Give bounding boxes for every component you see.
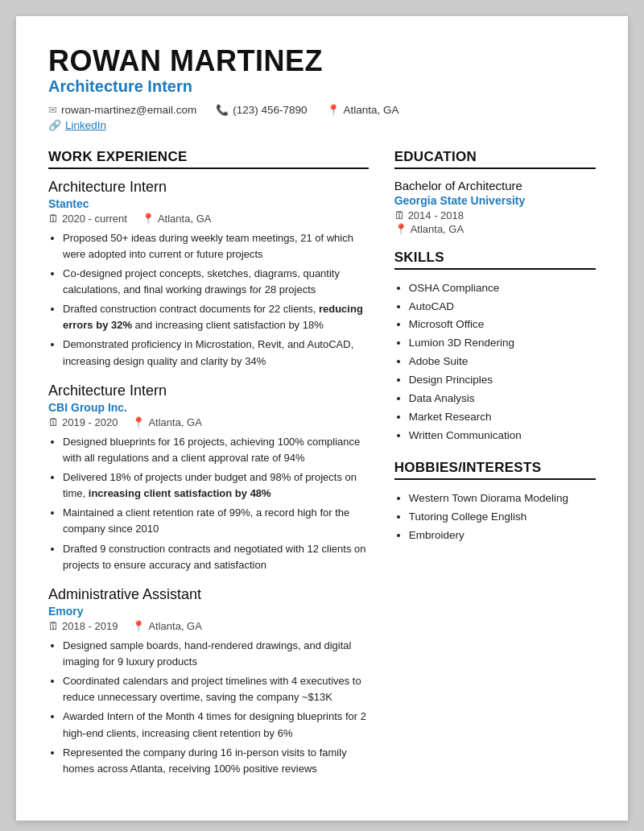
location-icon-1: 📍 [142, 213, 155, 225]
job-bullets-2: Designed blueprints for 16 projects, ach… [48, 434, 369, 573]
location-icon-3: 📍 [132, 620, 145, 632]
job-dates-1: 🗓 2020 - current [48, 213, 127, 225]
email-icon: ✉ [48, 104, 57, 116]
company-name-3: Emory [48, 605, 369, 618]
job-meta-1: 🗓 2020 - current 📍 Atlanta, GA [48, 213, 369, 225]
company-name-2: CBI Group Inc. [48, 401, 369, 414]
bullet-1-4: Demonstrated proficiency in Microstation… [63, 337, 369, 369]
left-column: WORK EXPERIENCE Architecture Intern Stan… [48, 149, 369, 792]
hobbies-title: HOBBIES/INTERESTS [394, 460, 596, 480]
calendar-icon-1: 🗓 [48, 213, 59, 225]
linkedin-contact[interactable]: 🔗 LinkedIn [48, 119, 106, 131]
bullet-3-1: Designed sample boards, hand-rendered dr… [63, 638, 369, 670]
linkedin-icon: 🔗 [48, 119, 61, 131]
job-dates-3: 🗓 2018 - 2019 [48, 620, 118, 632]
hobby-item: Tutoring College English [409, 508, 596, 527]
job-title-header: Architecture Intern [48, 77, 596, 96]
bullet-3-2: Coordinated calendars and project timeli… [63, 673, 369, 705]
job-block-3: Administrative Assistant Emory 🗓 2018 - … [48, 586, 369, 777]
hobby-item: Western Town Diorama Modeling [409, 490, 596, 508]
bullet-2-3: Maintained a client retention rate of 99… [63, 505, 369, 537]
email-contact: ✉ rowan-martinez@email.com [48, 104, 196, 116]
phone-icon: 📞 [216, 104, 229, 116]
skill-item: Microsoft Office [409, 316, 596, 334]
hobbies-section: HOBBIES/INTERESTS Western Town Diorama M… [394, 460, 596, 545]
job-meta-2: 🗓 2019 - 2020 📍 Atlanta, GA [48, 416, 369, 428]
linkedin-row: 🔗 LinkedIn [48, 119, 596, 131]
job-meta-3: 🗓 2018 - 2019 📍 Atlanta, GA [48, 620, 369, 632]
edu-degree: Bachelor of Architecture [394, 179, 596, 192]
hobbies-list: Western Town Diorama Modeling Tutoring C… [394, 490, 596, 545]
skill-item: AutoCAD [409, 298, 596, 316]
skill-item: Market Research [409, 408, 596, 427]
email-text: rowan-martinez@email.com [61, 104, 196, 116]
edu-school: Georgia State University [394, 194, 596, 207]
contact-row: ✉ rowan-martinez@email.com 📞 (123) 456-7… [48, 104, 596, 116]
work-experience-title: WORK EXPERIENCE [48, 149, 369, 169]
education-section: EDUCATION Bachelor of Architecture Georg… [394, 149, 596, 235]
bullet-1-2: Co-designed project concepts, sketches, … [63, 266, 369, 298]
resume-document: ROWAN MARTINEZ Architecture Intern ✉ row… [16, 16, 628, 821]
skill-item: OSHA Compliance [409, 279, 596, 298]
bullet-2-1: Designed blueprints for 16 projects, ach… [63, 434, 369, 466]
phone-contact: 📞 (123) 456-7890 [216, 104, 307, 116]
edu-dates: 🗓 2014 - 2018 [394, 209, 596, 221]
skills-title: SKILLS [394, 250, 596, 270]
job-location-1: 📍 Atlanta, GA [142, 213, 211, 225]
job-bullets-3: Designed sample boards, hand-rendered dr… [48, 638, 369, 777]
calendar-icon-edu: 🗓 [394, 209, 405, 221]
work-experience-section: WORK EXPERIENCE Architecture Intern Stan… [48, 149, 369, 777]
full-name: ROWAN MARTINEZ [48, 45, 596, 77]
job-location-3: 📍 Atlanta, GA [132, 620, 201, 632]
bullet-3-4: Represented the company during 16 in-per… [63, 745, 369, 777]
job-title-3: Administrative Assistant [48, 586, 369, 603]
location-icon: 📍 [327, 104, 340, 116]
location-text: Atlanta, GA [344, 104, 399, 116]
bullet-3-3: Awarded Intern of the Month 4 times for … [63, 709, 369, 741]
skill-item: Design Principles [409, 371, 596, 390]
calendar-icon-3: 🗓 [48, 620, 59, 632]
main-content: WORK EXPERIENCE Architecture Intern Stan… [48, 149, 596, 792]
job-dates-2: 🗓 2019 - 2020 [48, 416, 118, 428]
job-bullets-1: Proposed 50+ ideas during weekly team me… [48, 230, 369, 370]
skill-item: Written Communication [409, 427, 596, 445]
education-title: EDUCATION [394, 149, 596, 169]
skill-item: Data Analysis [409, 390, 596, 408]
skill-item: Adobe Suite [409, 353, 596, 371]
bullet-2-4: Drafted 9 construction contracts and neg… [63, 541, 369, 573]
job-title-2: Architecture Intern [48, 382, 369, 399]
bullet-1-3: Drafted construction contract documents … [63, 301, 369, 333]
job-title-1: Architecture Intern [48, 179, 369, 196]
skills-section: SKILLS OSHA Compliance AutoCAD Microsoft… [394, 250, 596, 445]
calendar-icon-2: 🗓 [48, 416, 59, 428]
hobby-item: Embroidery [409, 527, 596, 545]
linkedin-link[interactable]: LinkedIn [65, 119, 106, 131]
header-section: ROWAN MARTINEZ Architecture Intern ✉ row… [48, 45, 596, 131]
edu-meta: 🗓 2014 - 2018 📍 Atlanta, GA [394, 209, 596, 235]
phone-text: (123) 456-7890 [233, 104, 307, 116]
job-location-2: 📍 Atlanta, GA [132, 416, 201, 428]
skill-item: Lumion 3D Rendering [409, 334, 596, 353]
edu-location: 📍 Atlanta, GA [394, 223, 596, 235]
job-block-1: Architecture Intern Stantec 🗓 2020 - cur… [48, 179, 369, 370]
skills-list: OSHA Compliance AutoCAD Microsoft Office… [394, 279, 596, 445]
bullet-2-2: Delivered 18% of projects under budget a… [63, 469, 369, 502]
bullet-1-1: Proposed 50+ ideas during weekly team me… [63, 230, 369, 263]
location-icon-edu: 📍 [394, 223, 407, 235]
company-name-1: Stantec [48, 197, 369, 210]
location-icon-2: 📍 [132, 416, 145, 428]
right-column: EDUCATION Bachelor of Architecture Georg… [394, 149, 596, 792]
job-block-2: Architecture Intern CBI Group Inc. 🗓 201… [48, 382, 369, 573]
location-contact: 📍 Atlanta, GA [327, 104, 399, 116]
